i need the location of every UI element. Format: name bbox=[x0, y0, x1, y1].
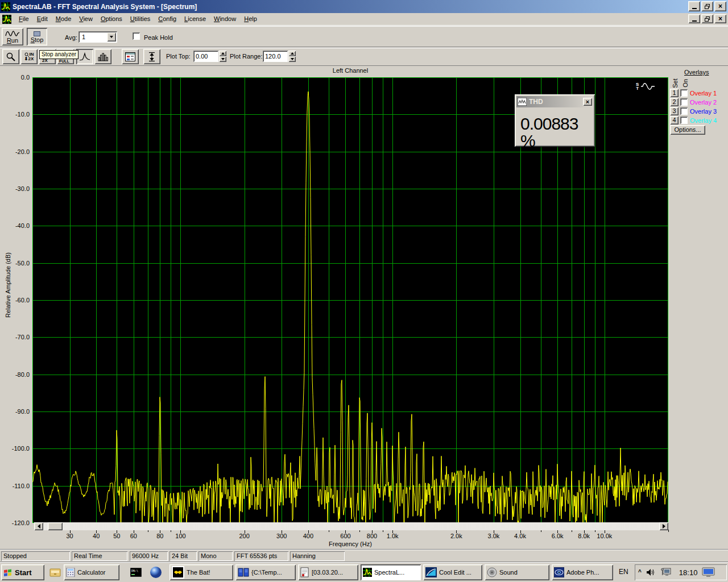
settings-dialog-button[interactable] bbox=[122, 49, 139, 64]
start-button[interactable]: Start bbox=[1, 564, 44, 580]
overlay-set-button-1[interactable]: 1 bbox=[670, 89, 679, 97]
y-tick--110.0: -110.0 bbox=[1, 483, 30, 489]
menu-config[interactable]: Config bbox=[154, 14, 180, 24]
overlay-label-3: Overlay 3 bbox=[690, 109, 717, 115]
zoom-in-2x-button[interactable]: IN ⬇2X bbox=[20, 49, 38, 64]
cooledit-icon bbox=[425, 567, 437, 577]
taskbar-button-label: The Bat! bbox=[187, 569, 210, 576]
quicklaunch-globe-icon[interactable] bbox=[147, 566, 165, 579]
menu-window[interactable]: Window bbox=[210, 14, 240, 24]
mdi-restore-button[interactable] bbox=[701, 14, 713, 23]
overlays-options-label: Options... bbox=[674, 127, 701, 133]
menu-help[interactable]: Help bbox=[240, 14, 261, 24]
thd-close-button[interactable]: × bbox=[583, 98, 592, 106]
volume-tray-icon[interactable] bbox=[646, 568, 656, 576]
overlay-on-checkbox-4[interactable] bbox=[680, 117, 688, 124]
status-real-time: Real Time bbox=[72, 551, 127, 561]
overlay-set-button-3[interactable]: 3 bbox=[670, 107, 679, 115]
mdi-minimize-button[interactable] bbox=[688, 14, 700, 23]
menu-utilities[interactable]: Utilities bbox=[126, 14, 154, 24]
taskbar-button-calculator[interactable]: Calculator bbox=[64, 564, 119, 580]
plot-top-spinner[interactable] bbox=[219, 51, 226, 62]
display-tray-icon[interactable] bbox=[702, 567, 715, 577]
taskbar-button-c-temp[interactable]: {C:\Temp... bbox=[235, 564, 296, 580]
minimize-button[interactable] bbox=[688, 1, 700, 11]
avg-combobox[interactable]: 1 bbox=[78, 31, 117, 43]
plot-range-input[interactable]: 120.0 bbox=[263, 51, 288, 62]
overlay-label-4: Overlay 4 bbox=[690, 118, 717, 124]
plot-top-input[interactable]: 0.00 bbox=[193, 51, 218, 62]
window-controls: × bbox=[688, 1, 726, 11]
menu-file[interactable]: File bbox=[15, 14, 33, 24]
menu-edit[interactable]: Edit bbox=[33, 14, 52, 24]
scrollbar-thumb[interactable] bbox=[48, 522, 63, 530]
taskbar-button-cool-edit[interactable]: Cool Edit ... bbox=[423, 564, 482, 580]
signal-type-badge[interactable]: ST bbox=[636, 82, 655, 91]
avg-label: Avg: bbox=[65, 35, 77, 41]
y-tick--50.0: -50.0 bbox=[1, 260, 30, 267]
avg-dropdown-arrow[interactable] bbox=[107, 32, 116, 41]
close-button[interactable]: × bbox=[714, 1, 726, 11]
y-tick--10.0: -10.0 bbox=[1, 111, 30, 118]
plot-range-spinner[interactable] bbox=[288, 51, 296, 62]
taskbar-clock[interactable]: 18:10 bbox=[679, 569, 698, 576]
language-indicator[interactable]: EN bbox=[619, 568, 628, 575]
network-tray-icon[interactable] bbox=[661, 568, 672, 577]
menu-license[interactable]: License bbox=[180, 14, 210, 24]
stop-button[interactable]: Stop bbox=[27, 28, 47, 45]
hide-tray-icons-arrow[interactable]: ^ bbox=[638, 569, 642, 575]
scroll-left-arrow[interactable] bbox=[34, 522, 43, 530]
thd-window[interactable]: THD × 0.00883 % bbox=[515, 94, 595, 147]
taskbar-button-03-03-20[interactable]: [03.03.20... bbox=[298, 564, 358, 580]
commander-icon bbox=[238, 567, 249, 577]
frequency-scrollbar[interactable] bbox=[34, 522, 668, 530]
run-button-label: Run bbox=[7, 38, 18, 44]
zoom-tool-button[interactable] bbox=[2, 49, 19, 64]
y-axis-label: Relative Amplitude (dB) bbox=[5, 240, 11, 331]
status-stopped: Stopped bbox=[1, 551, 70, 561]
zoom-full-text: FULL bbox=[59, 59, 69, 63]
overlays-options-button[interactable]: Options... bbox=[670, 125, 705, 135]
thd-title-bar[interactable]: THD × bbox=[516, 96, 593, 107]
taskbar-button-label: Cool Edit ... bbox=[439, 569, 471, 576]
menu-view[interactable]: View bbox=[75, 14, 97, 24]
taskbar-button-sound[interactable]: Sound bbox=[485, 564, 549, 580]
thd-meter-icon bbox=[518, 98, 527, 106]
quicklaunch-desktop-folder-icon[interactable] bbox=[49, 566, 61, 579]
y-tick--100.0: -100.0 bbox=[1, 446, 30, 452]
st-badge-t: T bbox=[636, 86, 639, 91]
restore-button[interactable] bbox=[701, 1, 713, 11]
overlay-on-checkbox-3[interactable] bbox=[680, 107, 688, 115]
bar-display-button[interactable] bbox=[94, 49, 111, 64]
spectrum-view-button[interactable] bbox=[76, 49, 93, 64]
menu-mode[interactable]: Mode bbox=[52, 14, 76, 24]
taskbar-button-label: Adobe Ph... bbox=[566, 569, 599, 576]
taskbar-button-spectral[interactable]: SpectraL... bbox=[361, 564, 421, 580]
menu-options[interactable]: Options bbox=[97, 14, 126, 24]
window-title: SpectraLAB - FFT Spectral Analysis Syste… bbox=[13, 3, 197, 10]
amplitude-range-button[interactable] bbox=[143, 49, 160, 64]
overlay-set-button-2[interactable]: 2 bbox=[670, 98, 679, 106]
x-tick-1.0k: 1.0k bbox=[378, 533, 407, 539]
taskbar-button-adobe-ph[interactable]: Adobe Ph... bbox=[552, 564, 613, 580]
spectralab-icon bbox=[363, 568, 372, 577]
y-tick--60.0: -60.0 bbox=[1, 297, 30, 304]
thd-value: 0.00883 % bbox=[520, 115, 593, 149]
x-tick-200: 200 bbox=[230, 533, 259, 539]
mdi-close-button[interactable]: × bbox=[714, 14, 726, 23]
overlay-label-2: Overlay 2 bbox=[690, 99, 717, 106]
scroll-right-arrow[interactable] bbox=[659, 522, 668, 530]
overlay-on-checkbox-2[interactable] bbox=[680, 98, 688, 106]
taskbar-button-the-bat[interactable]: The Bat! bbox=[169, 564, 233, 580]
spectralab-app-window: SpectraLAB - FFT Spectral Analysis Syste… bbox=[0, 0, 728, 582]
windows-flag-icon bbox=[3, 568, 13, 576]
plot-top-label: Plot Top: bbox=[166, 53, 191, 60]
peak-hold-checkbox[interactable] bbox=[133, 32, 140, 40]
overlay-set-button-4[interactable]: 4 bbox=[670, 116, 679, 124]
run-button[interactable]: Run bbox=[2, 28, 23, 45]
status-mono: Mono bbox=[198, 551, 233, 561]
overlay-on-checkbox-1[interactable] bbox=[680, 89, 688, 97]
x-tick-3.0k: 3.0k bbox=[479, 533, 508, 539]
quicklaunch-console-icon[interactable]: DN:\ bbox=[129, 566, 143, 579]
y-tick--80.0: -80.0 bbox=[1, 372, 30, 378]
